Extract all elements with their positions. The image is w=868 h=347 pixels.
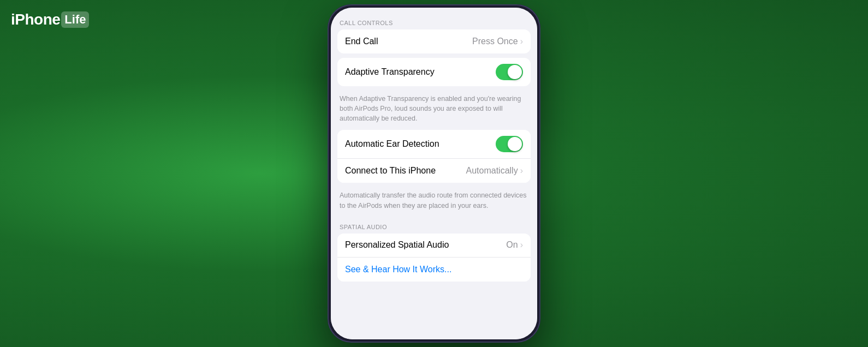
connect-iphone-row[interactable]: Connect to This iPhone Automatically › — [337, 159, 531, 183]
adaptive-transparency-label: Adaptive Transparency — [345, 67, 435, 77]
personalized-spatial-audio-value: On — [506, 240, 518, 250]
personalized-spatial-audio-row[interactable]: Personalized Spatial Audio On › — [337, 234, 531, 258]
spatial-audio-group: Personalized Spatial Audio On › See & He… — [337, 234, 531, 282]
ear-detection-toggle-knob — [508, 137, 522, 151]
logo-iphone-text: iPhone — [11, 11, 60, 28]
toggle-knob — [508, 65, 522, 79]
personalized-spatial-audio-chevron: › — [520, 240, 523, 250]
call-controls-header: CALL CONTROLS — [331, 13, 537, 29]
end-call-row[interactable]: End Call Press Once › — [337, 29, 531, 53]
see-hear-link[interactable]: See & Hear How It Works... — [345, 265, 451, 274]
end-call-label: End Call — [345, 37, 378, 46]
connect-iphone-right: Automatically › — [466, 166, 523, 176]
end-call-right: Press Once › — [472, 37, 523, 46]
end-call-value: Press Once — [472, 37, 518, 46]
personalized-spatial-audio-label: Personalized Spatial Audio — [345, 240, 449, 250]
connect-iphone-label: Connect to This iPhone — [345, 166, 436, 176]
ear-detection-group: Automatic Ear Detection Connect to This … — [337, 130, 531, 183]
adaptive-transparency-group: Adaptive Transparency — [337, 58, 531, 86]
spatial-audio-header: SPATIAL AUDIO — [331, 217, 537, 234]
personalized-spatial-audio-right: On › — [506, 240, 523, 250]
phone-mockup: CALL CONTROLS End Call Press Once › Adap… — [319, 0, 549, 347]
ear-detection-description: Automatically transfer the audio route f… — [331, 187, 537, 217]
see-hear-row[interactable]: See & Hear How It Works... — [337, 258, 531, 282]
connect-iphone-chevron: › — [520, 166, 523, 176]
adaptive-transparency-toggle[interactable] — [496, 64, 523, 80]
adaptive-transparency-row[interactable]: Adaptive Transparency — [337, 58, 531, 86]
end-call-chevron: › — [520, 37, 523, 46]
connect-iphone-value: Automatically — [466, 166, 518, 176]
ear-detection-row[interactable]: Automatic Ear Detection — [337, 130, 531, 159]
adaptive-transparency-description: When Adaptive Transparency is enabled an… — [331, 91, 537, 130]
call-controls-group: End Call Press Once › — [337, 29, 531, 53]
phone-screen: CALL CONTROLS End Call Press Once › Adap… — [331, 8, 537, 339]
ear-detection-toggle[interactable] — [496, 136, 523, 152]
brand-logo: iPhone Life — [11, 11, 89, 28]
settings-content: CALL CONTROLS End Call Press Once › Adap… — [331, 8, 537, 339]
phone-frame: CALL CONTROLS End Call Press Once › Adap… — [328, 4, 540, 343]
logo-life-text: Life — [61, 11, 89, 28]
ear-detection-label: Automatic Ear Detection — [345, 139, 439, 149]
